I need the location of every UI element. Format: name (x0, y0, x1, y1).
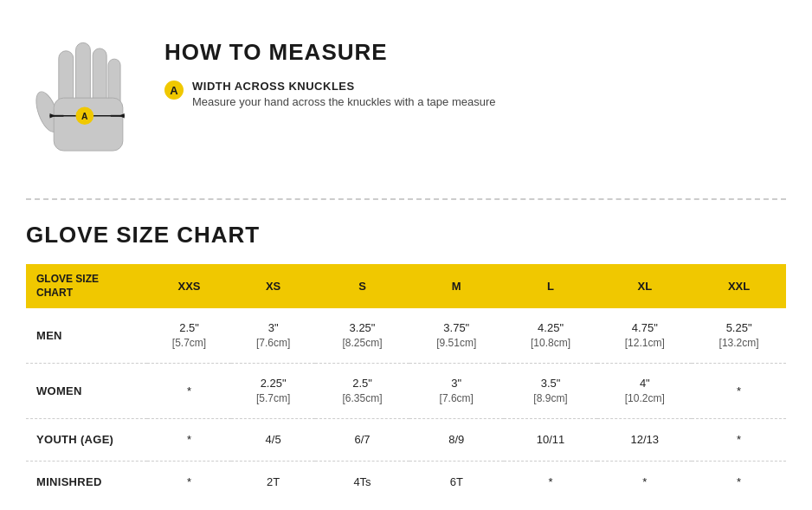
table-cell: * (597, 461, 692, 502)
cell-cm: [8.25cm] (342, 336, 382, 351)
table-cell: * (692, 364, 786, 419)
hand-svg: A (26, 35, 139, 165)
table-cell: 2.25"[5.7cm] (231, 364, 315, 419)
cell-inches: 3.25" (350, 320, 376, 336)
svg-rect-2 (76, 42, 91, 106)
cell-cm: [10.8cm] (531, 336, 570, 351)
header-m: M (409, 264, 504, 308)
table-row: YOUTH (AGE)*4/56/78/910/1112/13* (26, 419, 786, 462)
table-cell: 10/11 (504, 419, 598, 462)
cell-cm: [13.2cm] (719, 336, 759, 351)
cell-cm: [5.7cm] (256, 391, 290, 406)
header-l: L (504, 264, 598, 308)
measurement-title: WIDTH ACROSS KNUCKLES (192, 80, 495, 93)
table-cell: 8/9 (409, 419, 504, 462)
table-cell: 6T (409, 461, 504, 502)
cell-cm: [6.35cm] (342, 391, 382, 406)
table-cell: 4"[10.2cm] (597, 364, 692, 419)
table-cell: 4.25"[10.8cm] (504, 308, 598, 363)
cell-inches: 3.75" (443, 320, 469, 336)
cell-inches: 3" (451, 376, 461, 391)
section-divider (26, 198, 786, 200)
cell-cm: [7.6cm] (256, 336, 290, 351)
table-cell: 2T (231, 461, 315, 502)
measure-detail: WIDTH ACROSS KNUCKLES Measure your hand … (192, 80, 495, 108)
row-label: WOMEN (26, 364, 147, 419)
cell-inches: 2.5" (179, 320, 199, 336)
row-label: MINISHRED (26, 461, 147, 502)
cell-inches: 3" (268, 320, 279, 336)
cell-cm: [7.6cm] (440, 391, 474, 406)
cell-inches: 5.25" (726, 320, 752, 336)
cell-cm: [9.51cm] (436, 336, 476, 351)
measure-item: A WIDTH ACROSS KNUCKLES Measure your han… (164, 80, 495, 108)
table-cell: 2.5"[6.35cm] (315, 364, 409, 419)
cell-inches: 4.75" (632, 320, 658, 336)
hand-illustration: A (26, 35, 139, 168)
chart-title: GLOVE SIZE CHART (26, 222, 786, 249)
table-cell: 4Ts (315, 461, 409, 502)
table-header-row: GLOVE SIZECHART XXS XS S M L XL XXL (26, 264, 786, 308)
table-cell: * (692, 461, 786, 502)
page-container: A HOW TO MEASURE A WIDTH ACROSS KNUCKLES… (0, 0, 812, 510)
how-to-measure-section: A HOW TO MEASURE A WIDTH ACROSS KNUCKLES… (26, 17, 786, 194)
cell-inches: 3.5" (541, 376, 561, 391)
measure-info: HOW TO MEASURE A WIDTH ACROSS KNUCKLES M… (164, 35, 495, 108)
table-cell: * (147, 364, 231, 419)
cell-cm: [12.1cm] (625, 336, 665, 351)
cell-inches: 4.25" (538, 320, 564, 336)
cell-cm: [8.9cm] (533, 391, 567, 406)
header-xxl: XXL (692, 264, 786, 308)
how-to-measure-title: HOW TO MEASURE (164, 39, 495, 66)
svg-rect-5 (54, 98, 123, 151)
svg-text:A: A (81, 112, 88, 121)
table-cell: 3.25"[8.25cm] (315, 308, 409, 363)
table-cell: 3"[7.6cm] (409, 364, 504, 419)
header-xxs: XXS (147, 264, 231, 308)
cell-inches: 2.5" (352, 376, 372, 391)
table-cell: 12/13 (597, 419, 692, 462)
badge-a: A (164, 81, 184, 100)
table-row: MEN2.5"[5.7cm]3"[7.6cm]3.25"[8.25cm]3.75… (26, 308, 786, 363)
table-cell: 3"[7.6cm] (231, 308, 315, 363)
header-xs: XS (231, 264, 315, 308)
table-cell: 4.75"[12.1cm] (597, 308, 692, 363)
measurement-desc: Measure your hand across the knuckles wi… (192, 95, 495, 108)
table-cell: 6/7 (315, 419, 409, 462)
cell-inches: 4" (640, 376, 650, 391)
cell-cm: [5.7cm] (172, 336, 206, 351)
table-cell: * (692, 419, 786, 462)
table-cell: * (504, 461, 598, 502)
cell-inches: 2.25" (261, 376, 287, 391)
table-cell: 2.5"[5.7cm] (147, 308, 231, 363)
header-label: GLOVE SIZECHART (26, 264, 147, 308)
row-label: YOUTH (AGE) (26, 419, 147, 462)
table-row: WOMEN*2.25"[5.7cm]2.5"[6.35cm]3"[7.6cm]3… (26, 364, 786, 419)
table-cell: 5.25"[13.2cm] (692, 308, 786, 363)
row-label: MEN (26, 308, 147, 363)
table-cell: * (147, 461, 231, 502)
table-cell: 3.75"[9.51cm] (409, 308, 504, 363)
table-cell: 4/5 (231, 419, 315, 462)
header-xl: XL (597, 264, 692, 308)
table-cell: 3.5"[8.9cm] (504, 364, 598, 419)
header-s: S (315, 264, 409, 308)
glove-chart-section: GLOVE SIZE CHART GLOVE SIZECHART XXS XS … (26, 222, 786, 502)
size-table: GLOVE SIZECHART XXS XS S M L XL XXL MEN2… (26, 264, 786, 502)
table-row: MINISHRED*2T4Ts6T*** (26, 461, 786, 502)
cell-cm: [10.2cm] (625, 391, 665, 406)
table-cell: * (147, 419, 231, 462)
